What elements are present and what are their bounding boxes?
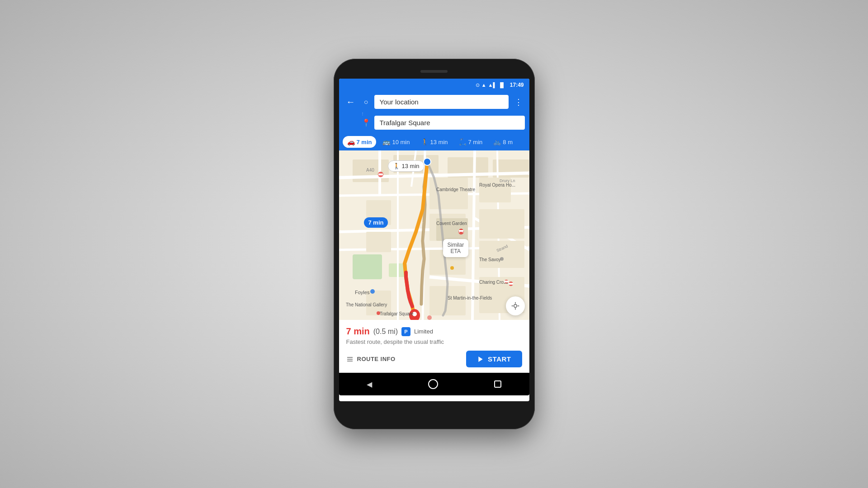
svg-rect-23 (479, 209, 524, 239)
recents-square-icon (494, 380, 501, 388)
svg-point-31 (424, 158, 431, 165)
destination-row: 📍 (344, 116, 525, 130)
scooter-time: 7 min (468, 139, 483, 145)
android-nav-bar: ◀ (339, 373, 529, 395)
route-description: Fastest route, despite the usual traffic (346, 338, 522, 345)
walking-route-label: 🚶 13 min (388, 160, 425, 172)
vertical-dots-row: ⋮ (344, 112, 525, 116)
svg-text:Royal Opera Ho...: Royal Opera Ho... (479, 183, 515, 188)
tab-cycling[interactable]: 🚲 8 m (489, 136, 517, 148)
svg-text:Cambridge Theatre: Cambridge Theatre (436, 187, 475, 192)
svg-text:St Martin-in-the-Fields: St Martin-in-the-Fields (448, 296, 492, 300)
svg-point-57 (500, 257, 504, 261)
status-time: 17:49 (510, 82, 524, 88)
wifi-icon: ▲ (481, 82, 486, 88)
svg-text:Trafalgar Square: Trafalgar Square (380, 311, 414, 316)
recents-nav-button[interactable] (494, 380, 501, 388)
phone-speaker (420, 70, 448, 73)
route-info-button[interactable]: ROUTE INFO (346, 356, 396, 363)
back-button[interactable]: ← (344, 97, 358, 107)
route-time: 7 min (346, 326, 370, 337)
svg-text:Covent Garden: Covent Garden (436, 221, 467, 226)
walk-label-time: 13 min (402, 163, 420, 169)
svg-text:Drury Ln: Drury Ln (500, 178, 515, 183)
svg-rect-26 (479, 241, 524, 268)
route-summary: 7 min (0.5 mi) P Limited (346, 326, 522, 337)
route-distance: (0.5 mi) (373, 328, 398, 336)
parking-label: Limited (414, 328, 433, 335)
swap-dots: ⋮ (358, 112, 367, 116)
tab-scooter[interactable]: 🛴 7 min (454, 136, 487, 148)
driving-time: 7 min (357, 139, 372, 145)
home-nav-button[interactable] (428, 379, 438, 389)
bike-icon: 🚲 (493, 138, 501, 145)
list-icon (346, 356, 354, 363)
transport-tabs: 🚗 7 min 🚌 10 min 🚶 13 min 🛴 7 min 🚲 8 m (339, 133, 529, 150)
navigation-icon (477, 356, 484, 363)
map-area[interactable]: A40 Foyles Cambridge Theatre Covent Gard… (339, 150, 529, 320)
route-info-label: ROUTE INFO (357, 356, 396, 362)
transit-time: 10 min (392, 139, 410, 145)
origin-row: ← ○ ⋮ (344, 95, 525, 109)
svg-point-65 (514, 305, 517, 308)
location-crosshair-icon (511, 301, 520, 310)
tab-walking[interactable]: 🚶 13 min (416, 136, 453, 148)
svg-text:The Savoy: The Savoy (479, 257, 501, 262)
home-circle-icon (428, 379, 438, 389)
svg-text:Charing Cross: Charing Cross (479, 280, 508, 285)
svg-rect-5 (353, 254, 382, 279)
tab-driving[interactable]: 🚗 7 min (343, 136, 377, 148)
car-icon: 🚗 (347, 138, 355, 145)
svg-rect-24 (366, 232, 391, 252)
svg-point-54 (377, 311, 380, 315)
svg-rect-60 (504, 281, 509, 282)
status-bar: ⊙ ▲ ▲▌ ▐▌ 17:49 (339, 79, 529, 91)
start-navigation-button[interactable]: START (466, 351, 522, 367)
svg-text:The National Gallery: The National Gallery (346, 302, 387, 307)
status-icons: ⊙ ▲ ▲▌ ▐▌ (476, 82, 505, 88)
bottom-panel: 7 min (0.5 mi) P Limited Fastest route, … (339, 320, 529, 373)
svg-point-63 (450, 266, 454, 270)
bus-icon: 🚌 (382, 138, 390, 145)
start-label: START (488, 355, 511, 363)
svg-marker-73 (478, 357, 482, 362)
destination-input[interactable] (374, 116, 525, 130)
svg-point-64 (427, 315, 432, 320)
walk-label-icon: 🚶 (393, 163, 400, 169)
action-row: ROUTE INFO START (346, 351, 522, 367)
parking-icon: P (401, 327, 410, 336)
battery-icon: ▐▌ (498, 82, 505, 88)
similar-eta-text: SimilarETA (448, 242, 464, 254)
back-nav-button[interactable]: ◀ (367, 380, 372, 389)
my-location-button[interactable] (506, 296, 525, 315)
location-status-icon: ⊙ (476, 82, 480, 88)
walk-icon: 🚶 (421, 138, 429, 145)
svg-text:Foyles: Foyles (355, 290, 370, 295)
map-svg: A40 Foyles Cambridge Theatre Covent Gard… (339, 150, 529, 320)
walking-time: 13 min (430, 139, 448, 145)
drive-label-time: 7 min (368, 219, 384, 226)
tab-transit[interactable]: 🚌 10 min (378, 136, 414, 148)
cycling-time: 8 m (503, 139, 513, 145)
phone-screen: ⊙ ▲ ▲▌ ▐▌ 17:49 ← ○ ⋮ ⋮ (339, 79, 529, 401)
origin-icon: ○ (362, 98, 371, 106)
driving-route-label: 7 min (364, 217, 388, 228)
phone-frame: ⊙ ▲ ▲▌ ▐▌ 17:49 ← ○ ⋮ ⋮ (334, 59, 535, 429)
svg-rect-35 (378, 174, 383, 175)
svg-text:A40: A40 (366, 168, 374, 173)
scooter-icon: 🛴 (459, 138, 467, 145)
destination-icon: 📍 (362, 118, 371, 127)
signal-icon: ▲▌ (488, 82, 497, 88)
svg-rect-41 (509, 283, 513, 285)
phone-notch (339, 64, 529, 79)
more-options-button[interactable]: ⋮ (512, 97, 525, 107)
svg-point-44 (370, 289, 375, 294)
origin-input[interactable] (374, 95, 509, 109)
svg-rect-48 (459, 230, 463, 232)
similar-eta-label: SimilarETA (443, 239, 469, 257)
search-header: ← ○ ⋮ ⋮ 📍 (339, 91, 529, 133)
